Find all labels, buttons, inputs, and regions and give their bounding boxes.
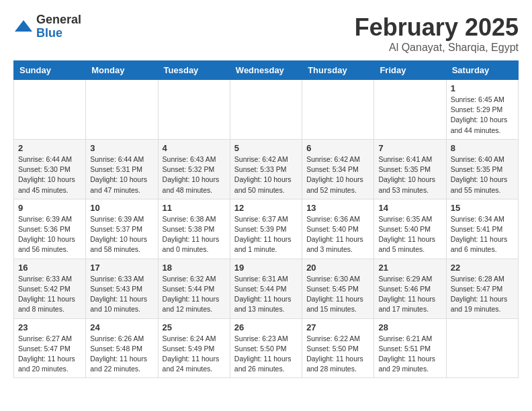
day-info: Sunrise: 6:42 AM Sunset: 5:34 PM Dayligh… [306, 154, 369, 195]
calendar-cell [14, 80, 86, 140]
day-number: 2 [18, 143, 81, 153]
header-monday: Monday [86, 61, 158, 80]
calendar-week-row: 16Sunrise: 6:33 AM Sunset: 5:42 PM Dayli… [14, 259, 519, 318]
day-number: 6 [306, 143, 369, 153]
title-section: February 2025 Al Qanayat, Sharqia, Egypt [355, 13, 519, 54]
calendar-cell: 18Sunrise: 6:32 AM Sunset: 5:44 PM Dayli… [158, 259, 230, 318]
day-info: Sunrise: 6:32 AM Sunset: 5:44 PM Dayligh… [163, 274, 226, 315]
calendar-cell: 14Sunrise: 6:35 AM Sunset: 5:40 PM Dayli… [374, 199, 446, 259]
day-number: 27 [306, 322, 369, 332]
day-number: 18 [163, 263, 226, 273]
day-number: 26 [234, 322, 298, 332]
calendar-cell: 5Sunrise: 6:42 AM Sunset: 5:33 PM Daylig… [230, 139, 302, 199]
calendar-cell: 12Sunrise: 6:37 AM Sunset: 5:39 PM Dayli… [230, 199, 302, 259]
calendar-cell: 11Sunrise: 6:38 AM Sunset: 5:38 PM Dayli… [158, 199, 230, 259]
calendar-cell: 27Sunrise: 6:22 AM Sunset: 5:50 PM Dayli… [302, 318, 374, 378]
logo-blue-text: Blue [36, 27, 81, 40]
day-number: 19 [234, 263, 298, 273]
calendar-cell [374, 80, 446, 140]
day-info: Sunrise: 6:26 AM Sunset: 5:48 PM Dayligh… [90, 334, 153, 375]
calendar-cell: 8Sunrise: 6:40 AM Sunset: 5:35 PM Daylig… [446, 139, 518, 199]
day-info: Sunrise: 6:39 AM Sunset: 5:37 PM Dayligh… [90, 214, 153, 255]
calendar-cell: 19Sunrise: 6:31 AM Sunset: 5:44 PM Dayli… [230, 259, 302, 318]
day-number: 17 [90, 263, 153, 273]
calendar-cell: 22Sunrise: 6:28 AM Sunset: 5:47 PM Dayli… [446, 259, 518, 318]
day-info: Sunrise: 6:24 AM Sunset: 5:49 PM Dayligh… [163, 334, 226, 375]
logo-icon [13, 17, 34, 37]
day-number: 28 [378, 322, 441, 332]
day-info: Sunrise: 6:28 AM Sunset: 5:47 PM Dayligh… [451, 274, 514, 315]
header-sunday: Sunday [14, 61, 86, 80]
logo: General Blue [13, 13, 81, 40]
day-info: Sunrise: 6:23 AM Sunset: 5:50 PM Dayligh… [234, 334, 298, 375]
day-info: Sunrise: 6:34 AM Sunset: 5:41 PM Dayligh… [451, 214, 514, 255]
calendar-cell: 17Sunrise: 6:33 AM Sunset: 5:43 PM Dayli… [86, 259, 158, 318]
day-number: 24 [90, 322, 153, 332]
day-info: Sunrise: 6:41 AM Sunset: 5:35 PM Dayligh… [378, 154, 441, 195]
calendar-cell: 26Sunrise: 6:23 AM Sunset: 5:50 PM Dayli… [230, 318, 302, 378]
day-number: 1 [451, 83, 514, 93]
day-info: Sunrise: 6:40 AM Sunset: 5:35 PM Dayligh… [451, 154, 514, 195]
calendar-week-row: 9Sunrise: 6:39 AM Sunset: 5:36 PM Daylig… [14, 199, 519, 259]
calendar-table: SundayMondayTuesdayWednesdayThursdayFrid… [13, 60, 519, 378]
day-number: 22 [451, 263, 514, 273]
day-info: Sunrise: 6:22 AM Sunset: 5:50 PM Dayligh… [306, 334, 369, 375]
header-wednesday: Wednesday [230, 61, 302, 80]
calendar-cell: 10Sunrise: 6:39 AM Sunset: 5:37 PM Dayli… [86, 199, 158, 259]
header-tuesday: Tuesday [158, 61, 230, 80]
day-info: Sunrise: 6:27 AM Sunset: 5:47 PM Dayligh… [18, 334, 81, 375]
calendar-cell: 7Sunrise: 6:41 AM Sunset: 5:35 PM Daylig… [374, 139, 446, 199]
calendar-cell [86, 80, 158, 140]
day-info: Sunrise: 6:37 AM Sunset: 5:39 PM Dayligh… [234, 214, 298, 255]
calendar-cell: 20Sunrise: 6:30 AM Sunset: 5:45 PM Dayli… [302, 259, 374, 318]
day-info: Sunrise: 6:45 AM Sunset: 5:29 PM Dayligh… [451, 95, 514, 136]
day-number: 21 [378, 263, 441, 273]
calendar-cell: 1Sunrise: 6:45 AM Sunset: 5:29 PM Daylig… [446, 80, 518, 140]
calendar-cell: 4Sunrise: 6:43 AM Sunset: 5:32 PM Daylig… [158, 139, 230, 199]
day-number: 20 [306, 263, 369, 273]
header-friday: Friday [374, 61, 446, 80]
calendar-cell: 13Sunrise: 6:36 AM Sunset: 5:40 PM Dayli… [302, 199, 374, 259]
calendar-cell: 6Sunrise: 6:42 AM Sunset: 5:34 PM Daylig… [302, 139, 374, 199]
day-info: Sunrise: 6:36 AM Sunset: 5:40 PM Dayligh… [306, 214, 369, 255]
day-info: Sunrise: 6:43 AM Sunset: 5:32 PM Dayligh… [163, 154, 226, 195]
day-info: Sunrise: 6:38 AM Sunset: 5:38 PM Dayligh… [163, 214, 226, 255]
day-info: Sunrise: 6:30 AM Sunset: 5:45 PM Dayligh… [306, 274, 369, 315]
page-header: General Blue February 2025 Al Qanayat, S… [13, 13, 519, 54]
day-number: 7 [378, 143, 441, 153]
day-number: 15 [451, 203, 514, 213]
day-number: 9 [18, 203, 81, 213]
day-number: 25 [163, 322, 226, 332]
day-info: Sunrise: 6:44 AM Sunset: 5:31 PM Dayligh… [90, 154, 153, 195]
day-info: Sunrise: 6:33 AM Sunset: 5:42 PM Dayligh… [18, 274, 81, 315]
calendar-cell: 24Sunrise: 6:26 AM Sunset: 5:48 PM Dayli… [86, 318, 158, 378]
logo-general-text: General [36, 13, 81, 27]
day-number: 11 [163, 203, 226, 213]
calendar-cell [446, 318, 518, 378]
calendar-cell: 15Sunrise: 6:34 AM Sunset: 5:41 PM Dayli… [446, 199, 518, 259]
day-number: 5 [234, 143, 298, 153]
day-number: 8 [451, 143, 514, 153]
day-info: Sunrise: 6:33 AM Sunset: 5:43 PM Dayligh… [90, 274, 153, 315]
day-number: 10 [90, 203, 153, 213]
calendar-cell: 2Sunrise: 6:44 AM Sunset: 5:30 PM Daylig… [14, 139, 86, 199]
day-number: 3 [90, 143, 153, 153]
calendar-cell: 25Sunrise: 6:24 AM Sunset: 5:49 PM Dayli… [158, 318, 230, 378]
calendar-cell: 16Sunrise: 6:33 AM Sunset: 5:42 PM Dayli… [14, 259, 86, 318]
day-info: Sunrise: 6:42 AM Sunset: 5:33 PM Dayligh… [234, 154, 298, 195]
day-number: 14 [378, 203, 441, 213]
calendar-cell [302, 80, 374, 140]
calendar-week-row: 23Sunrise: 6:27 AM Sunset: 5:47 PM Dayli… [14, 318, 519, 378]
day-info: Sunrise: 6:35 AM Sunset: 5:40 PM Dayligh… [378, 214, 441, 255]
day-number: 12 [234, 203, 298, 213]
svg-marker-0 [15, 20, 32, 32]
day-number: 13 [306, 203, 369, 213]
calendar-cell: 28Sunrise: 6:21 AM Sunset: 5:51 PM Dayli… [374, 318, 446, 378]
calendar-cell: 3Sunrise: 6:44 AM Sunset: 5:31 PM Daylig… [86, 139, 158, 199]
calendar-cell [230, 80, 302, 140]
calendar-subtitle: Al Qanayat, Sharqia, Egypt [355, 42, 519, 54]
day-info: Sunrise: 6:39 AM Sunset: 5:36 PM Dayligh… [18, 214, 81, 255]
calendar-week-row: 1Sunrise: 6:45 AM Sunset: 5:29 PM Daylig… [14, 80, 519, 140]
header-saturday: Saturday [446, 61, 518, 80]
day-info: Sunrise: 6:44 AM Sunset: 5:30 PM Dayligh… [18, 154, 81, 195]
